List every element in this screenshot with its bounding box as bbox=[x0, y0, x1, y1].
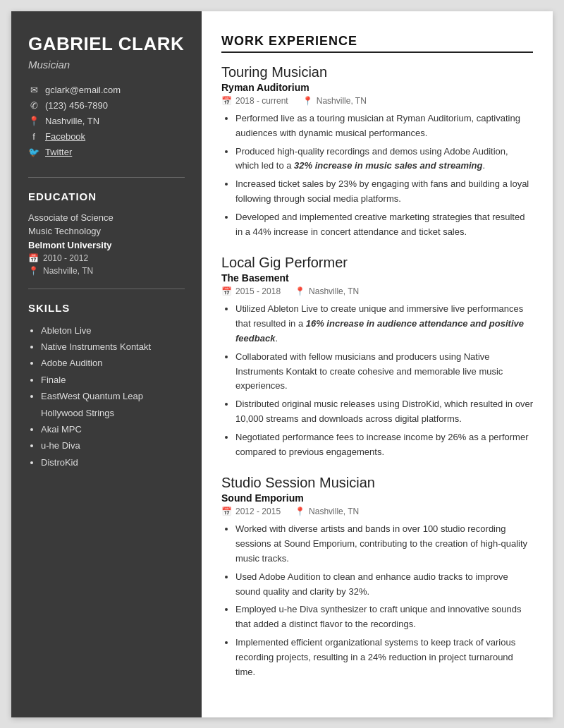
job-3-company: Sound Emporium bbox=[221, 492, 533, 504]
edu-school: Belmont University bbox=[28, 240, 185, 250]
skill-item: Akai MPC bbox=[41, 421, 185, 437]
contact-section: ✉ gclark@email.com ✆ (123) 456-7890 📍 Na… bbox=[28, 85, 185, 157]
skill-item: DistroKid bbox=[41, 454, 185, 471]
bullet: Produced high-quality recordings and dem… bbox=[235, 145, 533, 174]
job-2-title: Local Gig Performer bbox=[221, 255, 533, 271]
skill-item: Finale bbox=[41, 372, 185, 388]
edu-field: Music Technology bbox=[28, 224, 185, 238]
job-1-meta: 📅 2018 - current 📍 Nashville, TN bbox=[221, 96, 533, 106]
job-2-location-item: 📍 Nashville, TN bbox=[295, 286, 359, 296]
twitter-icon: 🐦 bbox=[28, 147, 39, 157]
job-3-location: Nashville, TN bbox=[309, 506, 359, 516]
job-3-title: Studio Session Musician bbox=[221, 475, 533, 491]
candidate-name: GABRIEL CLARK bbox=[28, 34, 185, 54]
job-1-years: 2018 - current bbox=[235, 96, 288, 106]
skills-section: SKILLS Ableton Live Native Instruments K… bbox=[28, 302, 185, 471]
resume-container: GABRIEL CLARK Musician ✉ gclark@email.co… bbox=[11, 11, 553, 717]
job-1: Touring Musician Ryman Auditorium 📅 2018… bbox=[221, 64, 533, 239]
job-2-location: Nashville, TN bbox=[309, 286, 359, 296]
job-2-years-item: 📅 2015 - 2018 bbox=[221, 286, 281, 296]
job-1-location: Nashville, TN bbox=[317, 96, 367, 106]
main-content: WORK EXPERIENCE Touring Musician Ryman A… bbox=[202, 11, 553, 717]
twitter-item[interactable]: 🐦 Twitter bbox=[28, 147, 185, 157]
skill-item: u-he Diva bbox=[41, 437, 185, 454]
skills-title: SKILLS bbox=[28, 302, 185, 314]
job-3-bullets: Worked with diverse artists and bands in… bbox=[221, 522, 533, 679]
edu-calendar-icon: 📅 bbox=[28, 253, 39, 263]
bullet: Utilized Ableton Live to create unique a… bbox=[235, 302, 533, 346]
job-2: Local Gig Performer The Basement 📅 2015 … bbox=[221, 255, 533, 459]
job-1-location-item: 📍 Nashville, TN bbox=[302, 96, 367, 106]
facebook-icon: f bbox=[28, 131, 39, 142]
email-value: gclark@email.com bbox=[45, 85, 121, 95]
job-2-calendar-icon: 📅 bbox=[221, 286, 232, 296]
job-1-title: Touring Musician bbox=[221, 64, 533, 80]
skill-item: Native Instruments Kontakt bbox=[41, 339, 185, 355]
email-icon: ✉ bbox=[28, 85, 39, 95]
job-3-location-icon: 📍 bbox=[295, 506, 305, 516]
twitter-link[interactable]: Twitter bbox=[45, 147, 72, 157]
job-3-location-item: 📍 Nashville, TN bbox=[295, 506, 359, 516]
job-1-company: Ryman Auditorium bbox=[221, 82, 533, 93]
location-icon: 📍 bbox=[28, 116, 39, 126]
education-title: EDUCATION bbox=[28, 190, 185, 202]
job-3-years-item: 📅 2012 - 2015 bbox=[221, 506, 281, 516]
bullet: Performed live as a touring musician at … bbox=[235, 111, 533, 141]
edu-location: Nashville, TN bbox=[43, 266, 93, 276]
education-section: EDUCATION Associate of Science Music Tec… bbox=[28, 190, 185, 276]
work-experience-title: WORK EXPERIENCE bbox=[221, 34, 533, 53]
job-3-calendar-icon: 📅 bbox=[221, 506, 232, 516]
job-2-company: The Basement bbox=[221, 272, 533, 284]
job-1-calendar-icon: 📅 bbox=[221, 96, 232, 106]
bullet: Negotiated performance fees to increase … bbox=[235, 430, 533, 460]
email-item: ✉ gclark@email.com bbox=[28, 85, 185, 95]
phone-item: ✆ (123) 456-7890 bbox=[28, 100, 185, 111]
facebook-link[interactable]: Facebook bbox=[45, 131, 85, 142]
edu-years-row: 📅 2010 - 2012 bbox=[28, 253, 185, 263]
location-item: 📍 Nashville, TN bbox=[28, 116, 185, 126]
skill-item: Adobe Audition bbox=[41, 355, 185, 371]
edu-location-icon: 📍 bbox=[28, 266, 39, 276]
phone-icon: ✆ bbox=[28, 100, 39, 111]
skill-item: Ableton Live bbox=[41, 322, 185, 339]
job-2-bullets: Utilized Ableton Live to create unique a… bbox=[221, 302, 533, 459]
bullet: Distributed original music releases usin… bbox=[235, 397, 533, 427]
candidate-title: Musician bbox=[28, 59, 185, 71]
bullet: Increased ticket sales by 23% by engagin… bbox=[235, 177, 533, 207]
phone-value: (123) 456-7890 bbox=[45, 100, 108, 111]
bullet: Developed and implemented creative marke… bbox=[235, 210, 533, 240]
bullet: Worked with diverse artists and bands in… bbox=[235, 522, 533, 566]
bullet: Employed u-he Diva synthesizer to craft … bbox=[235, 602, 533, 632]
job-3: Studio Session Musician Sound Emporium 📅… bbox=[221, 475, 533, 679]
location-value: Nashville, TN bbox=[45, 116, 99, 126]
job-1-years-item: 📅 2018 - current bbox=[221, 96, 288, 106]
job-3-years: 2012 - 2015 bbox=[235, 506, 281, 516]
bullet: Used Adobe Audition to clean and enhance… bbox=[235, 570, 533, 600]
job-2-location-icon: 📍 bbox=[295, 286, 305, 296]
edu-years: 2010 - 2012 bbox=[43, 253, 88, 263]
job-2-meta: 📅 2015 - 2018 📍 Nashville, TN bbox=[221, 286, 533, 296]
facebook-item[interactable]: f Facebook bbox=[28, 131, 185, 142]
sidebar-divider-1 bbox=[28, 177, 185, 178]
skills-list: Ableton Live Native Instruments Kontakt … bbox=[28, 322, 185, 471]
bullet: Collaborated with fellow musicians and p… bbox=[235, 350, 533, 394]
job-2-years: 2015 - 2018 bbox=[235, 286, 281, 296]
skill-item: EastWest Quantum Leap Hollywood Strings bbox=[41, 388, 185, 421]
sidebar: GABRIEL CLARK Musician ✉ gclark@email.co… bbox=[11, 11, 202, 717]
edu-location-row: 📍 Nashville, TN bbox=[28, 266, 185, 276]
job-1-bullets: Performed live as a touring musician at … bbox=[221, 111, 533, 239]
job-1-location-icon: 📍 bbox=[302, 96, 313, 106]
job-3-meta: 📅 2012 - 2015 📍 Nashville, TN bbox=[221, 506, 533, 516]
bullet: Implemented efficient organizational sys… bbox=[235, 636, 533, 679]
edu-degree: Associate of Science bbox=[28, 211, 185, 225]
sidebar-divider-2 bbox=[28, 289, 185, 289]
